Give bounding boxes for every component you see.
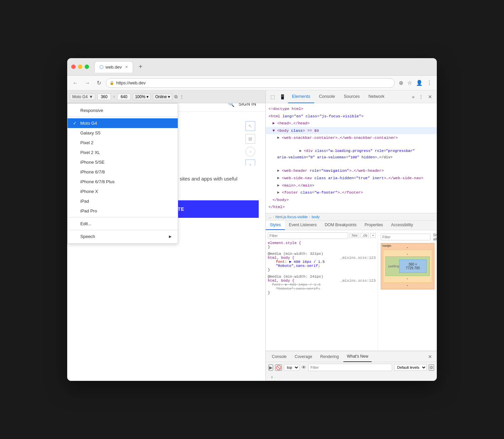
profile-icon[interactable]: 👤 — [415, 78, 424, 87]
main-content: Moto G4 ▼ × 100% ▾ Online ▾ ⧉ ⋮ — [67, 90, 437, 381]
dropdown-item-pixel2[interactable]: Pixel 2 — [68, 138, 178, 148]
tab-dom-breakpoints[interactable]: DOM Breakpoints — [321, 221, 361, 230]
dropdown-item-ipadpro[interactable]: iPad Pro — [68, 206, 178, 216]
dropdown-item-motog4[interactable]: ✓ Moto G4 — [68, 118, 178, 128]
breadcrumb-sep1: › — [273, 215, 274, 219]
border-label: border — [382, 244, 391, 247]
breadcrumb-html[interactable]: html.js-focus-visible — [276, 215, 308, 219]
minimize-traffic-light[interactable] — [78, 65, 82, 69]
box-model-content: 360 × 7729.700 — [399, 260, 427, 273]
dom-line-html[interactable]: <html lang="en" class="js-focus-visible"… — [266, 113, 437, 120]
dom-line-sidenav[interactable]: ► <web-side-nav class aria-hidden="true"… — [266, 174, 437, 182]
zoom-selector[interactable]: 100% ▾ — [133, 93, 151, 100]
console-clear-button[interactable]: 🚫 — [275, 364, 282, 371]
dom-line-loading[interactable]: ► <div class="w-loading-progress" role="… — [266, 142, 420, 167]
tab-event-listeners[interactable]: Event Listeners — [285, 221, 321, 230]
dom-line-body[interactable]: ▼ <body class> == $0 — [266, 127, 437, 134]
console-frame-selector[interactable]: top — [284, 364, 299, 371]
dom-line-header[interactable]: ► <web-header role="navigation">…</web-h… — [266, 167, 437, 174]
sign-in-button[interactable]: SIGN IN — [235, 103, 260, 109]
tab-close-button[interactable]: ✕ — [125, 65, 128, 69]
inspect-tool[interactable]: ⬚ — [268, 93, 277, 101]
computed-filter-input[interactable] — [381, 234, 430, 240]
height-input[interactable] — [117, 93, 131, 100]
close-traffic-light[interactable] — [71, 65, 76, 69]
bookmark-icon[interactable]: ☆ — [406, 78, 413, 87]
device-toolbar-more[interactable]: ⋮ — [179, 94, 184, 99]
cast-icon[interactable]: ⊕ — [397, 78, 405, 87]
breadcrumb-body[interactable]: body — [311, 215, 320, 219]
tab-favicon: ⬡ — [99, 64, 103, 70]
dropdown-item-galaxys5[interactable]: Galaxy S5 — [68, 128, 178, 138]
console-run-button[interactable]: ▶ — [268, 364, 273, 371]
dropdown-label-pixel2xl: Pixel 2 XL — [80, 150, 100, 155]
reload-button[interactable]: ↻ — [95, 78, 103, 87]
console-tab-console[interactable]: Console — [268, 351, 290, 362]
device-mode-tool[interactable]: 📱 — [278, 93, 287, 101]
pseudo-states-button[interactable]: :hov — [349, 233, 359, 238]
console-tabs: Console Coverage Rendering What's New ✕ — [266, 351, 437, 362]
dropdown-item-responsive[interactable]: Responsive — [68, 106, 178, 115]
tab-styles[interactable]: Styles — [266, 221, 285, 230]
margin-top: - — [407, 245, 408, 249]
border-top: - — [407, 252, 408, 256]
console-level-selector[interactable]: Default levels — [394, 364, 427, 371]
network-throttle[interactable]: Online ▾ — [153, 93, 172, 100]
chevron-right-icon: ► — [168, 234, 172, 239]
dropdown-item-iphonex[interactable]: iPhone X — [68, 187, 178, 196]
dropdown-label-galaxys5: Galaxy S5 — [80, 130, 100, 135]
traffic-lights — [71, 65, 89, 69]
close-console-tab[interactable]: ✕ — [426, 353, 434, 361]
breadcrumb-bar: ... › html.js-focus-visible › body — [266, 213, 437, 221]
menu-icon[interactable]: ⋮ — [425, 78, 433, 87]
dropdown-item-pixel2xl[interactable]: Pixel 2 XL — [68, 148, 178, 157]
dom-line-footer[interactable]: ► <footer class="w-footer">…</footer> — [266, 189, 437, 196]
width-input[interactable] — [97, 93, 111, 100]
margin-bottom: - — [407, 283, 408, 287]
device-selector[interactable]: Moto G4 ▼ — [70, 93, 95, 100]
devtools-panel: ⬚ 📱 Elements Console Sources Network » ⋮… — [265, 90, 437, 381]
maximize-traffic-light[interactable] — [85, 65, 89, 69]
tab-network[interactable]: Network — [365, 90, 389, 103]
device-toolbar-screenshot[interactable]: ⧉ — [174, 94, 177, 99]
dropdown-item-iphone678[interactable]: iPhone 6/7/8 — [68, 167, 178, 177]
console-eye-button[interactable]: 👁 — [301, 365, 306, 370]
tab-accessibility[interactable]: Accessibility — [387, 221, 417, 230]
forward-button[interactable]: → — [83, 79, 92, 87]
tab-properties[interactable]: Properties — [361, 221, 387, 230]
url-bar[interactable]: 🔒 https://web.dev — [106, 78, 395, 88]
search-icon[interactable]: 🔍 — [228, 103, 235, 107]
dropdown-item-speech[interactable]: Speech ► — [68, 232, 178, 241]
dropdown-item-ipad[interactable]: iPad — [68, 196, 178, 206]
new-tab-button[interactable]: + — [136, 63, 145, 71]
devtools-toolbar: ⬚ 📱 Elements Console Sources Network » ⋮… — [266, 90, 437, 103]
back-button[interactable]: ← — [71, 79, 80, 87]
add-style-button[interactable]: + — [370, 233, 376, 238]
console-tab-whatsnew[interactable]: What's New — [343, 351, 372, 362]
tab-elements[interactable]: Elements — [288, 90, 314, 103]
devtools-close[interactable]: ✕ — [426, 93, 434, 101]
chevron-down-icon: ▼ — [89, 94, 93, 99]
dom-line-main[interactable]: ► <main>…</main> — [266, 182, 437, 189]
more-tabs-icon[interactable]: » — [412, 94, 415, 99]
devtools-settings[interactable]: ⋮ — [417, 93, 425, 101]
tab-console[interactable]: Console — [315, 90, 339, 103]
console-bar: Console Coverage Rendering What's New ✕ … — [266, 351, 437, 381]
dropdown-item-edit[interactable]: Edit... — [68, 219, 178, 229]
styles-filter-input[interactable] — [268, 232, 348, 239]
dom-line-snackbar[interactable]: ► <web-snackbar-container>…</web-snackba… — [266, 134, 437, 142]
css-rule-321: @media (min-width: 321px) html, body { _… — [268, 252, 376, 272]
dropdown-label-iphone5: iPhone 5/SE — [80, 160, 104, 165]
console-filter-input[interactable] — [308, 364, 392, 371]
dropdown-item-iphone678plus[interactable]: iPhone 6/7/8 Plus — [68, 177, 178, 187]
styles-body: :hov .cls + element.style { } @media (mi… — [266, 230, 437, 351]
browser-tab[interactable]: ⬡ web.dev ✕ — [94, 61, 133, 73]
console-tab-coverage[interactable]: Coverage — [291, 351, 316, 362]
dropdown-item-iphone5[interactable]: iPhone 5/SE — [68, 157, 178, 167]
cls-button[interactable]: .cls — [361, 233, 369, 238]
console-tab-rendering[interactable]: Rendering — [317, 351, 342, 362]
dropdown-divider-2 — [68, 217, 178, 217]
tab-sources[interactable]: Sources — [340, 90, 364, 103]
dom-line-head[interactable]: ► <head>…</head> — [266, 120, 437, 127]
console-gear-button[interactable]: ⚙ — [429, 364, 434, 371]
